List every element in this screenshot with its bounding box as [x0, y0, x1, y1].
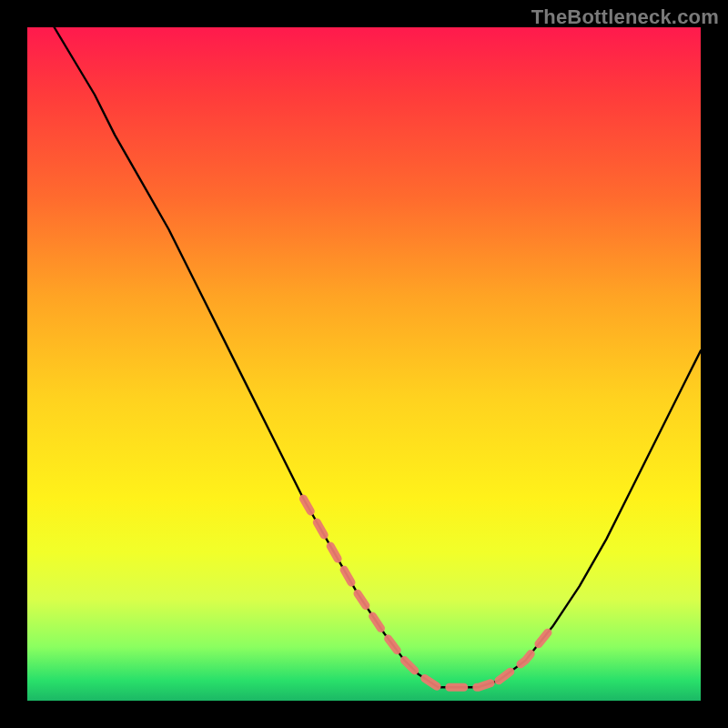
- curve-line: [55, 27, 701, 687]
- highlight-right-dash-region: [499, 627, 552, 681]
- highlight-left-dash-region: [303, 499, 404, 661]
- plot-content: [55, 27, 701, 687]
- gradient-plot-area: [27, 27, 701, 701]
- watermark-text: TheBottleneck.com: [531, 5, 719, 29]
- bottleneck-plot: [27, 27, 701, 701]
